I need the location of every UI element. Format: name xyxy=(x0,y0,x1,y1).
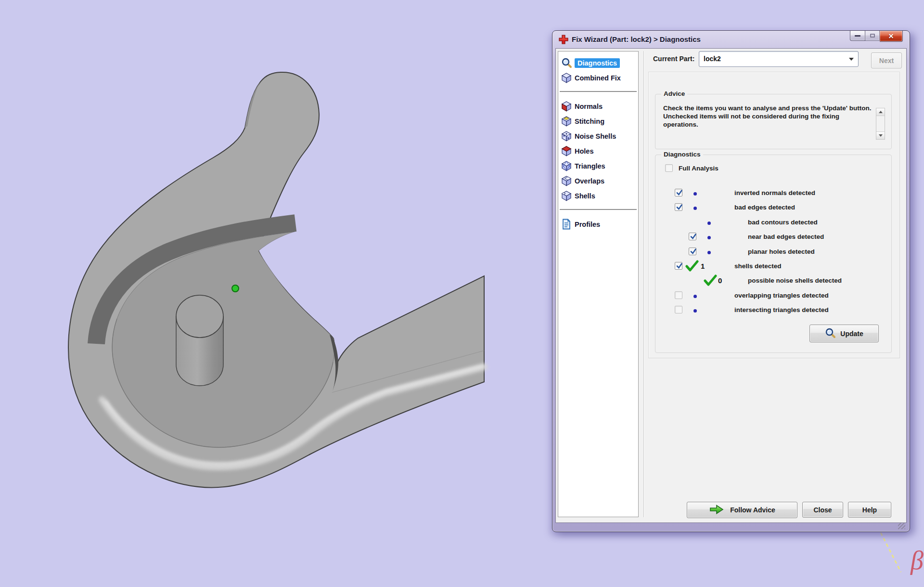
sidebar-item-shells[interactable]: Shells xyxy=(558,188,638,203)
maximize-button[interactable] xyxy=(865,31,880,41)
red-annotation-glyph: β xyxy=(910,546,924,575)
resize-grip[interactable] xyxy=(898,523,905,529)
cube-normals-icon xyxy=(560,101,573,112)
sidebar-item-triangles[interactable]: Triangles xyxy=(558,158,638,173)
diagnostic-row-label: inverted normals detected xyxy=(734,189,815,196)
sidebar-item-noise-shells[interactable]: Noise Shells xyxy=(558,129,638,143)
close-icon: ✕ xyxy=(888,32,894,40)
diagnostic-row-label: planar holes detected xyxy=(748,248,815,255)
cube-triangles-icon xyxy=(560,160,573,172)
dialog-client-area: Diagnostics Combined Fix Normals Stitchi… xyxy=(555,48,907,523)
magnifier-icon xyxy=(825,327,836,340)
minimize-button[interactable] xyxy=(850,31,865,41)
shells-detected-checkbox[interactable] xyxy=(675,262,682,270)
bullet-status-icon xyxy=(693,295,697,298)
bullet-status-icon xyxy=(707,222,711,225)
scroll-up-button[interactable] xyxy=(876,108,885,116)
sidebar-item-combined-fix[interactable]: Combined Fix xyxy=(558,70,638,85)
help-button[interactable]: Help xyxy=(848,502,891,518)
sidebar-item-label: Profiles xyxy=(575,221,600,228)
sidebar-item-holes[interactable]: Holes xyxy=(558,143,638,158)
close-button[interactable]: ✕ xyxy=(880,31,903,42)
cube-overlaps-icon xyxy=(560,175,573,187)
close-dialog-button[interactable]: Close xyxy=(802,502,843,518)
sidebar-separator xyxy=(560,209,637,210)
diagnostic-row-near-bad-edges-detected: near bad edges detected xyxy=(655,232,891,244)
cube-stitching-icon xyxy=(560,116,573,127)
detected-count: 1 xyxy=(701,262,705,270)
cube-icon xyxy=(560,72,573,84)
profiles-icon xyxy=(560,219,573,230)
sidebar-item-label: Combined Fix xyxy=(575,74,621,82)
diagnostic-row-label: possible noise shells detected xyxy=(748,277,842,284)
sidebar-item-profiles[interactable]: Profiles xyxy=(558,217,638,232)
sidebar-item-label: Stitching xyxy=(575,117,604,125)
minimize-icon xyxy=(855,35,860,37)
sidebar-item-normals[interactable]: Normals xyxy=(558,99,638,114)
current-part-label: Current Part: xyxy=(653,55,694,63)
sidebar-item-label: Normals xyxy=(575,103,603,110)
diagnostic-row-label: shells detected xyxy=(734,262,782,270)
bullet-status-icon xyxy=(693,207,697,210)
diagnostic-row-inverted-normals-detected: inverted normals detected xyxy=(655,188,891,200)
diagnostic-row-label: intersecting triangles detected xyxy=(734,306,829,313)
cube-noise-icon xyxy=(560,130,573,142)
current-part-dropdown[interactable]: lock2 xyxy=(699,51,859,67)
sidebar-item-label: Overlaps xyxy=(575,177,604,185)
bullet-status-icon xyxy=(707,236,711,239)
follow-advice-label: Follow Advice xyxy=(730,506,775,514)
dropdown-button[interactable] xyxy=(846,52,857,65)
advice-scrollbar[interactable] xyxy=(876,108,885,140)
full-analysis-checkbox[interactable] xyxy=(665,164,673,172)
next-button[interactable]: Next xyxy=(871,52,902,68)
diagnostic-row-label: overlapping triangles detected xyxy=(734,292,829,299)
diagnostic-row-intersecting-triangles-detected: intersecting triangles detected xyxy=(655,305,891,317)
advice-text: Check the items you want to analyse and … xyxy=(663,104,874,129)
cube-holes-icon xyxy=(560,145,573,157)
diagnostic-row-label: near bad edges detected xyxy=(748,233,824,240)
inverted-normals-detected-checkbox[interactable] xyxy=(675,189,682,196)
follow-advice-button[interactable]: Follow Advice xyxy=(687,502,797,518)
sidebar-item-label: Diagnostics xyxy=(575,58,620,68)
model-cylinder-top xyxy=(176,295,223,338)
advice-group-label: Advice xyxy=(661,90,687,97)
diagnostic-row-shells-detected: 1shells detected xyxy=(655,261,891,273)
bullet-status-icon xyxy=(707,251,711,254)
scroll-down-icon xyxy=(879,134,883,137)
diagnostic-row-label: bad edges detected xyxy=(734,204,795,211)
sidebar-item-label: Triangles xyxy=(575,162,605,170)
sidebar-item-diagnostics[interactable]: Diagnostics xyxy=(558,55,638,70)
bullet-status-icon xyxy=(693,192,697,196)
update-button-label: Update xyxy=(840,330,863,338)
bad-edges-detected-checkbox[interactable] xyxy=(675,203,682,211)
scroll-down-button[interactable] xyxy=(876,131,885,139)
sidebar-separator xyxy=(560,91,637,92)
current-part-value: lock2 xyxy=(704,55,721,63)
diagnostic-row-bad-contours-detected: bad contours detected xyxy=(655,218,891,229)
marker-point xyxy=(232,285,239,292)
full-analysis-label: Full Analysis xyxy=(679,165,719,172)
diagnostic-row-overlapping-triangles-detected: overlapping triangles detected xyxy=(655,291,891,302)
detected-count: 0 xyxy=(718,276,722,285)
magnifier-icon xyxy=(560,57,573,68)
red-cross-icon xyxy=(559,35,568,44)
window-title: Fix Wizard (Part: lock2) > Diagnostics xyxy=(572,35,701,43)
update-button[interactable]: Update xyxy=(809,325,879,342)
near-bad-edges-detected-checkbox[interactable] xyxy=(689,233,696,240)
titlebar[interactable]: Fix Wizard (Part: lock2) > Diagnostics ✕ xyxy=(552,31,910,48)
sidebar-divider xyxy=(643,51,644,517)
bullet-status-icon xyxy=(693,309,697,313)
maximize-icon xyxy=(870,34,875,38)
diagnostic-row-label: bad contours detected xyxy=(748,219,818,226)
sidebar-item-stitching[interactable]: Stitching xyxy=(558,114,638,129)
wizard-sidebar: Diagnostics Combined Fix Normals Stitchi… xyxy=(558,51,639,517)
planar-holes-detected-checkbox[interactable] xyxy=(689,248,696,255)
sidebar-item-overlaps[interactable]: Overlaps xyxy=(558,173,638,188)
intersecting-triangles-detected-checkbox[interactable] xyxy=(675,306,682,313)
model-lock2 xyxy=(68,72,484,487)
green-check-icon xyxy=(685,260,699,274)
yellow-dashed-line xyxy=(881,533,901,572)
overlapping-triangles-detected-checkbox[interactable] xyxy=(675,291,682,299)
green-check-icon xyxy=(704,274,717,288)
window-controls: ✕ xyxy=(850,31,903,42)
